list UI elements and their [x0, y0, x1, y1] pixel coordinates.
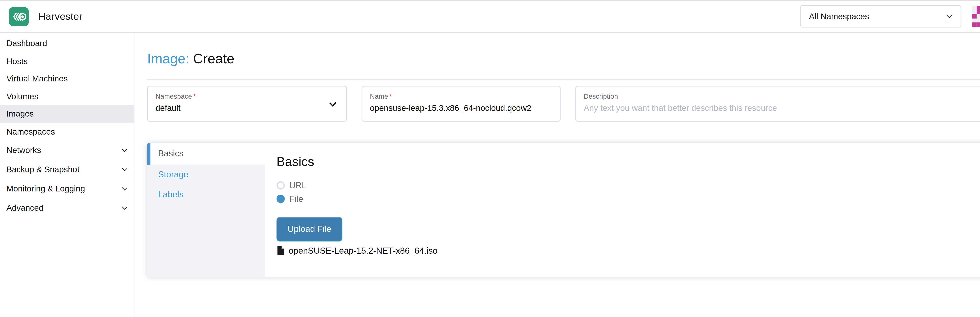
page-title: Image:Create	[147, 50, 234, 68]
sidebar-nav: Dashboard Hosts Virtual Machines Volumes…	[0, 33, 134, 317]
sidebar-item-advanced[interactable]: Advanced	[0, 198, 134, 217]
radio-selected-icon	[277, 195, 285, 203]
radio-label: File	[289, 194, 303, 204]
sidebar-item-images[interactable]: Images	[0, 105, 134, 123]
title-divider	[147, 80, 980, 80]
sidebar-item-dashboard[interactable]: Dashboard	[0, 35, 134, 52]
header-right: All Namespaces	[800, 5, 980, 27]
sidebar-item-label: Advanced	[6, 202, 43, 212]
harvester-glyph	[11, 9, 27, 24]
sidebar-item-label: Images	[6, 109, 34, 119]
main-content: Image:Create Namespace* default Name* De…	[134, 33, 980, 317]
name-field: Name*	[362, 86, 561, 122]
chevron-down-icon	[946, 12, 953, 18]
app-window: Harvester All Namespaces Dashboard Hosts…	[0, 0, 980, 317]
sidebar-item-label: Monitoring & Logging	[6, 183, 85, 193]
description-field-label: Description	[584, 92, 980, 100]
sidebar-item-hosts[interactable]: Hosts	[0, 52, 134, 70]
chevron-down-icon	[122, 204, 127, 209]
tab-basics[interactable]: Basics	[147, 143, 265, 164]
sidebar-item-backup-snapshot[interactable]: Backup & Snapshot	[0, 159, 134, 179]
page-title-resource: Image:	[147, 51, 189, 67]
required-marker: *	[390, 92, 392, 100]
sidebar-item-virtual-machines[interactable]: Virtual Machines	[0, 70, 134, 88]
upload-file-button[interactable]: Upload File	[277, 217, 342, 241]
chevron-down-icon	[122, 185, 127, 190]
radio-label: URL	[289, 180, 307, 190]
metadata-fields-row: Namespace* default Name* Description	[147, 86, 980, 122]
avatar-pixel	[972, 6, 977, 10]
harvester-logo-icon[interactable]	[9, 7, 29, 26]
radio-unselected-icon	[277, 181, 285, 189]
sidebar-item-label: Backup & Snapshot	[6, 164, 80, 174]
namespace-filter-value: All Namespaces	[809, 11, 869, 21]
avatar-pixel	[972, 18, 977, 23]
avatar-pixel	[977, 14, 980, 18]
page-title-action: Create	[193, 51, 234, 67]
sidebar-item-networks[interactable]: Networks	[0, 140, 134, 159]
avatar-pixel	[977, 23, 980, 27]
sidebar-item-label: Namespaces	[6, 127, 55, 136]
sidebar-item-label: Dashboard	[6, 39, 47, 48]
avatar-pixel	[977, 18, 980, 23]
sidebar-item-label: Hosts	[6, 56, 28, 66]
chevron-down-icon	[122, 166, 127, 170]
sidebar-item-volumes[interactable]: Volumes	[0, 88, 134, 105]
namespace-field[interactable]: Namespace* default	[147, 86, 347, 122]
name-field-label: Name*	[370, 92, 552, 100]
tab-panel-basics: Basics URL File Upload File	[265, 143, 980, 277]
namespace-field-value: default	[156, 103, 339, 113]
description-input[interactable]	[584, 103, 980, 113]
avatar-pixel	[972, 10, 977, 14]
file-document-icon	[277, 246, 284, 255]
tab-storage[interactable]: Storage	[147, 164, 265, 184]
avatar-pixel	[972, 23, 977, 27]
user-avatar[interactable]	[972, 6, 980, 27]
tab-labels[interactable]: Labels	[147, 184, 265, 204]
tab-list: Basics Storage Labels	[147, 143, 265, 277]
app-title: Harvester	[38, 11, 83, 22]
namespace-field-label: Namespace*	[156, 92, 339, 100]
uploaded-file-name: openSUSE-Leap-15.2-NET-x86_64.iso	[289, 245, 438, 255]
sidebar-item-label: Volumes	[6, 91, 38, 101]
sidebar-item-label: Networks	[6, 145, 41, 155]
top-header: Harvester All Namespaces	[0, 1, 980, 33]
sidebar-item-monitoring-logging[interactable]: Monitoring & Logging	[0, 179, 134, 198]
create-image-card: Basics Storage Labels Basics URL File Up…	[147, 143, 980, 277]
avatar-pixel	[977, 10, 980, 14]
page-body: Dashboard Hosts Virtual Machines Volumes…	[0, 33, 980, 317]
sidebar-item-namespaces[interactable]: Namespaces	[0, 123, 134, 140]
avatar-pixel	[972, 14, 977, 18]
required-marker: *	[193, 92, 196, 100]
source-radio-file[interactable]: File	[277, 193, 303, 205]
source-radio-url[interactable]: URL	[277, 179, 307, 191]
basics-heading: Basics	[277, 153, 314, 169]
namespace-filter-select[interactable]: All Namespaces	[800, 5, 961, 27]
avatar-pixel	[977, 6, 980, 10]
name-input[interactable]	[370, 103, 552, 113]
chevron-down-icon	[122, 147, 127, 151]
description-field: Description	[576, 86, 980, 122]
uploaded-file-row: openSUSE-Leap-15.2-NET-x86_64.iso	[277, 245, 438, 255]
sidebar-item-label: Virtual Machines	[6, 74, 68, 83]
